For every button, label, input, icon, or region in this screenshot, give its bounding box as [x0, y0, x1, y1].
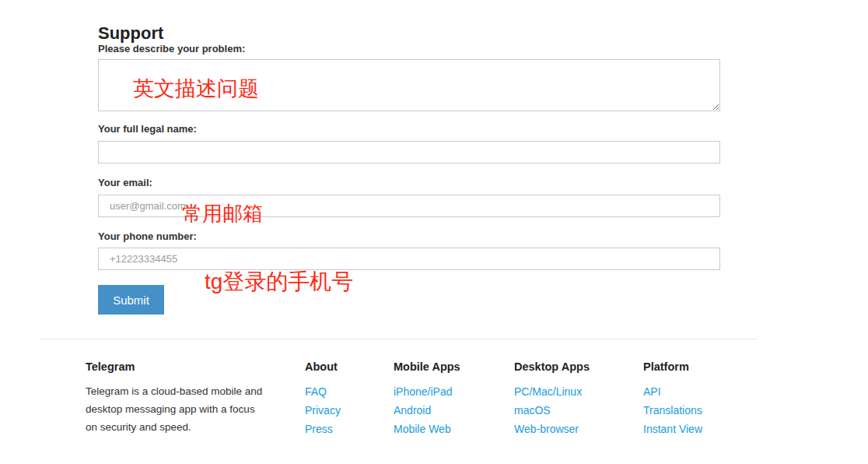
footer-column-about: About FAQ Privacy Press: [305, 360, 341, 438]
footer-column-platform: Platform API Translations Instant View: [643, 360, 702, 438]
footer-column-platform-title: Platform: [643, 360, 702, 373]
footer-column-desktop-apps: Desktop Apps PC/Mac/Linux macOS Web-brow…: [514, 360, 590, 438]
email-label: Your email:: [98, 177, 152, 188]
problem-textarea[interactable]: [98, 59, 720, 111]
footer-link-pc-mac-linux[interactable]: PC/Mac/Linux: [514, 385, 582, 398]
email-input[interactable]: [98, 195, 720, 217]
page-title: Support: [98, 23, 163, 44]
phone-input[interactable]: [98, 248, 720, 270]
footer-column-desktop-apps-title: Desktop Apps: [514, 360, 590, 373]
legal-name-label: Your full legal name:: [98, 123, 197, 135]
footer-link-faq[interactable]: FAQ: [305, 385, 327, 398]
submit-button[interactable]: Submit: [98, 285, 164, 315]
annotation-phone: tg登录的手机号: [205, 270, 353, 294]
legal-name-input[interactable]: [98, 141, 720, 163]
footer-link-iphone-ipad[interactable]: iPhone/iPad: [394, 385, 453, 398]
footer-brand-description: Telegram is a cloud-based mobile and des…: [86, 382, 268, 436]
support-page: Support Please describe your problem: Yo…: [0, 0, 868, 464]
footer-link-press[interactable]: Press: [305, 423, 333, 435]
footer-link-macos[interactable]: macOS: [514, 404, 551, 417]
footer-link-web-browser[interactable]: Web-browser: [514, 423, 579, 435]
footer-link-android[interactable]: Android: [394, 404, 431, 417]
footer-brand-column: Telegram Telegram is a cloud-based mobil…: [86, 360, 268, 436]
problem-label: Please describe your problem:: [98, 43, 245, 54]
footer-column-about-title: About: [305, 360, 341, 373]
footer-link-translations[interactable]: Translations: [643, 404, 702, 417]
footer-brand-title: Telegram: [86, 360, 268, 373]
footer-link-privacy[interactable]: Privacy: [305, 404, 341, 417]
footer-column-mobile-apps: Mobile Apps iPhone/iPad Android Mobile W…: [394, 360, 460, 438]
footer-link-api[interactable]: API: [643, 385, 661, 398]
phone-label: Your phone number:: [98, 230, 197, 242]
footer-link-mobile-web[interactable]: Mobile Web: [394, 423, 451, 435]
footer-link-instant-view[interactable]: Instant View: [643, 423, 702, 435]
footer-column-mobile-apps-title: Mobile Apps: [394, 360, 460, 373]
footer-divider: [39, 339, 758, 339]
